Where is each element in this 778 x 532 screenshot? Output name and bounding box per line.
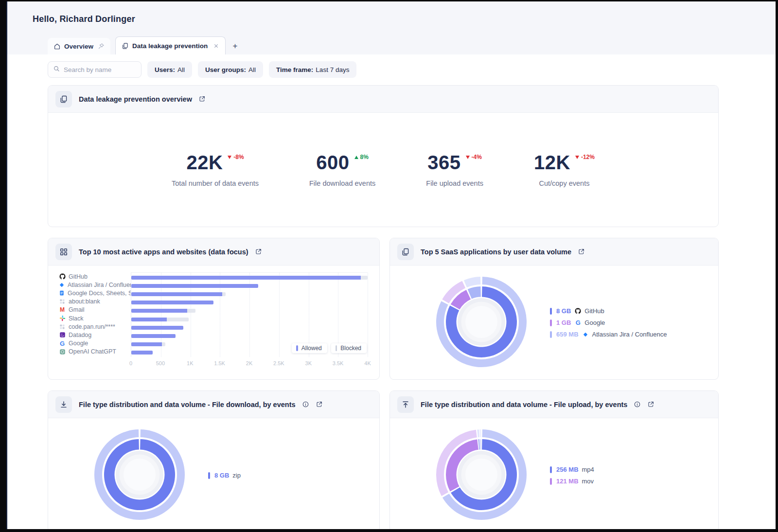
bar-allowed: [131, 292, 222, 296]
kpi-delta-value: -8%: [233, 154, 244, 160]
legend-allowed[interactable]: Allowed: [292, 343, 327, 353]
legend-value: 1 GB: [556, 319, 571, 326]
legend-name: Google: [584, 319, 605, 326]
bar: [131, 334, 368, 338]
bar-row-label: MGmail: [59, 306, 131, 314]
add-tab-button[interactable]: +: [226, 38, 244, 54]
user-groups-filter-value: All: [248, 66, 256, 73]
time-frame-filter[interactable]: Time frame: Last 7 days: [269, 61, 356, 78]
user-groups-filter[interactable]: User groups: All: [198, 61, 263, 78]
external-link-icon[interactable]: [578, 248, 585, 255]
bar: [131, 276, 368, 280]
overview-card: Data leakage prevention overview 22K-8%T…: [48, 85, 719, 227]
kpi-value: 600: [316, 153, 349, 172]
legend-value: 659 MB: [556, 331, 579, 338]
bar: [131, 292, 368, 296]
download-card-title: File type distribution and data volume -…: [79, 401, 296, 408]
bar-row-label: about:blank: [59, 298, 131, 306]
bar-chart-legend: AllowedBlocked: [292, 343, 367, 353]
top-apps-card-header: Top 10 most active apps and websites (da…: [48, 238, 379, 266]
download-donut-legend: 8 GBzip: [208, 472, 241, 479]
info-icon[interactable]: [302, 401, 309, 408]
app-name: OpenAI ChatGPT: [69, 348, 116, 355]
legend-swatch: [550, 331, 552, 338]
tab-overview[interactable]: Overview: [48, 38, 110, 54]
kpi: 6008%File download events: [309, 153, 375, 187]
close-icon[interactable]: [213, 43, 219, 49]
kpi-top: 22K-8%: [186, 153, 244, 172]
saas-card: Top 5 SaaS applications by user data vol…: [389, 238, 719, 380]
external-link-icon[interactable]: [198, 95, 206, 103]
external-link-icon[interactable]: [316, 401, 323, 408]
external-link-icon[interactable]: [255, 248, 262, 255]
bar-allowed: [131, 318, 167, 321]
bar: [131, 284, 368, 288]
pages-icon: [55, 91, 72, 107]
apps-bar-chart: GitHubAtlassian Jira / Confluen...Google…: [48, 266, 379, 372]
openai-icon: [59, 348, 66, 355]
bar-allowed: [131, 334, 176, 338]
app-canvas: Hello, Richard Dorlinger Overview Data l…: [6, 1, 776, 529]
kpi-delta: -4%: [466, 154, 482, 160]
bar-row: [131, 290, 368, 298]
tab-overview-label: Overview: [64, 43, 93, 50]
legend-value: 8 GB: [556, 307, 571, 315]
kpi-top: 12K-12%: [534, 153, 595, 172]
gridline: [368, 273, 368, 357]
search-input[interactable]: [64, 66, 136, 73]
upload-donut-body: 256 MBmp4121 MBmov: [390, 418, 718, 529]
arrow-down-icon: [228, 156, 231, 159]
top-apps-card: Top 10 most active apps and websites (da…: [48, 238, 380, 380]
external-link-icon[interactable]: [647, 401, 654, 408]
users-filter[interactable]: Users: All: [147, 61, 192, 78]
bar-row-label: GitHub: [59, 272, 131, 281]
github-icon: [59, 273, 66, 280]
bar-allowed: [131, 284, 258, 288]
kpi-value: 12K: [534, 153, 570, 172]
bar-blocked: [222, 292, 226, 296]
bar-row-label: Atlassian Jira / Confluen...: [59, 281, 131, 289]
search-icon: [53, 65, 60, 74]
saas-donut-body: 8 GBGitHub1 GBGGoogle659 MBAtlassian Jir…: [390, 266, 718, 380]
bar-row-label: OpenAI ChatGPT: [59, 348, 131, 356]
bar-chart: GitHubAtlassian Jira / Confluen...Google…: [59, 272, 368, 357]
x-tick-label: 1K: [187, 360, 193, 366]
filter-bar: Users: All User groups: All Time frame: …: [48, 61, 719, 78]
pin-icon[interactable]: [98, 43, 105, 50]
bar-row-label: Google Docs, Sheets, Sli...: [59, 289, 131, 297]
legend-name: zip: [232, 472, 241, 479]
overview-card-title: Data leakage prevention overview: [79, 95, 192, 103]
legend-value: 8 GB: [214, 472, 229, 479]
bar-blocked: [162, 342, 165, 346]
bar-row: [131, 315, 368, 323]
tab-active-label: Data leakage prevention: [132, 42, 208, 50]
kpi-label: File upload events: [426, 179, 483, 187]
legend-swatch: [550, 466, 552, 473]
main-content: Users: All User groups: All Time frame: …: [7, 54, 776, 529]
overview-card-header: Data leakage prevention overview: [48, 86, 718, 113]
home-icon: [53, 43, 61, 50]
upload-donut-legend: 256 MBmp4121 MBmov: [550, 466, 594, 485]
kpi-top: 6008%: [316, 153, 369, 172]
google-icon: G: [59, 340, 66, 347]
donut-legend-item: 8 GBzip: [208, 472, 241, 479]
kpi-value: 22K: [186, 153, 223, 172]
donut-legend-item: 1 GBGGoogle: [550, 319, 667, 326]
app-name: Google Docs, Sheets, Sli...: [68, 290, 131, 297]
info-icon[interactable]: [634, 401, 641, 408]
kpi-delta: -12%: [575, 154, 595, 160]
pages-icon: [397, 244, 414, 260]
bar-allowed: [131, 276, 361, 280]
app-name: about:blank: [69, 298, 100, 305]
arrow-up-icon: [354, 156, 358, 159]
download-donut-body: 8 GBzip: [48, 418, 379, 529]
legend-value: 256 MB: [556, 466, 579, 473]
bar-row: [131, 299, 368, 307]
bar-row: [131, 282, 368, 290]
legend-blocked[interactable]: Blocked: [331, 343, 367, 353]
tab-bar: Overview Data leakage prevention +: [48, 36, 244, 54]
legend-name: mov: [582, 478, 594, 485]
x-tick-label: 3.5K: [333, 360, 344, 366]
tab-data-leakage-prevention[interactable]: Data leakage prevention: [115, 36, 226, 54]
legend-label: Allowed: [301, 345, 322, 352]
